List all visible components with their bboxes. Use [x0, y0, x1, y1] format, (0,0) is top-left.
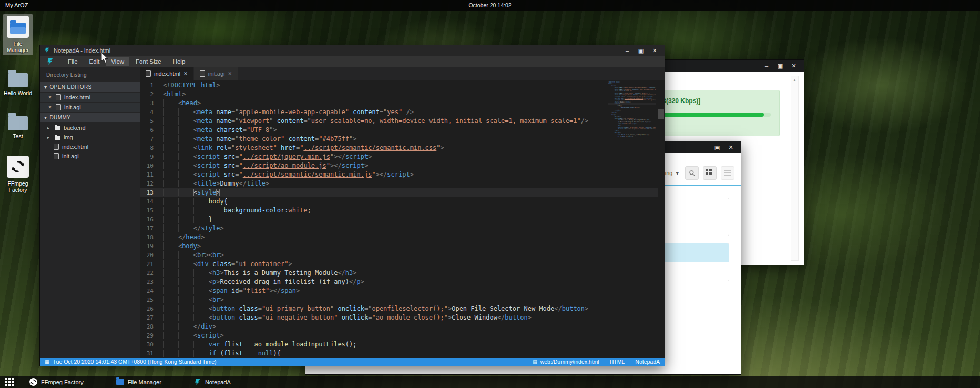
editor-line[interactable]: 20 <br><br> [140, 251, 658, 260]
editor-line[interactable]: 26 <button class="ui primary button" onc… [140, 304, 658, 313]
editor-line[interactable]: 18 </head> [140, 233, 658, 242]
editor-line[interactable]: 4 <meta name="apple-mobile-web-app-capab… [140, 108, 658, 117]
editor-line[interactable]: 8 <link rel="stylesheet" href="../script… [140, 144, 658, 152]
line-number: 12 [140, 179, 154, 188]
code-token: > [353, 269, 356, 277]
notepada-window[interactable]: NotepadA - index.html – ▣ ✕ FileEditView… [39, 45, 665, 366]
tree-section-open-editors[interactable]: ▾OPEN EDITORS [40, 82, 140, 92]
scrollbar[interactable]: ▴ [791, 76, 799, 261]
editor-line[interactable]: 24 <span id="flist"></span> [140, 287, 658, 295]
close-button[interactable]: ✕ [787, 60, 801, 72]
editor-line[interactable]: 19 <body> [140, 242, 658, 251]
tree-item-index.html[interactable]: index.html [40, 142, 140, 151]
code-token: = [258, 305, 262, 312]
maximize-button[interactable]: ▣ [634, 45, 648, 56]
editor-line[interactable]: 12 <title>Dummy</title> [140, 179, 658, 188]
editor-line[interactable]: 22 <h3>This is a Dummy Testing Module</h… [140, 269, 658, 278]
tree-item-img[interactable]: ▸img [40, 132, 140, 142]
editor-line[interactable]: 21 <div class="ui container"> [140, 260, 658, 269]
menu-item-font-size[interactable]: Font Size [130, 57, 167, 66]
editor-line[interactable]: 7 <meta name="theme-color" content="#4b7… [140, 135, 658, 144]
code-token: < [193, 126, 197, 134]
editor-line[interactable]: 29 <script> [140, 331, 658, 340]
close-file-icon[interactable]: ✕ [47, 105, 53, 110]
editor-line[interactable]: 6 <meta charset="UTF-8"> [140, 126, 658, 135]
taskbar: FFmpeg FactoryFile ManagerNotepadA [0, 376, 980, 388]
tree-item-backend[interactable]: ▸backend [40, 123, 140, 132]
editor-line[interactable]: 11 <script src="../script/semantic/seman… [140, 170, 658, 179]
editor-line[interactable]: 31 if (flist == null){ [140, 349, 658, 358]
menu-item-help[interactable]: Help [168, 57, 191, 66]
editor-line[interactable]: 25 <br> [140, 295, 658, 304]
minimize-button[interactable]: – [620, 45, 634, 56]
close-file-icon[interactable]: ✕ [47, 95, 53, 100]
editor-line[interactable]: 28 </div> [140, 322, 658, 331]
scrollbar-thumb[interactable] [658, 109, 664, 119]
close-button[interactable]: ✕ [648, 45, 661, 56]
editor-line[interactable]: 27 <button class="ui negative button" on… [140, 313, 658, 322]
minimap[interactable]: 1<!DOCTYPE html>2<html>3 <head>4 <meta n… [608, 81, 656, 145]
tree-item-label: backend [64, 125, 86, 131]
menu-item-file[interactable]: File [63, 57, 83, 66]
editor-line[interactable]: 3 <head> [140, 99, 658, 108]
editor-line[interactable]: 17 </style> [140, 224, 658, 233]
grid-view-button[interactable] [703, 166, 717, 180]
editor-scrollbar[interactable] [658, 80, 665, 358]
editor-line[interactable]: 30 var flist = ao_module_loadInputFiles(… [140, 340, 658, 349]
tree-section-dummy[interactable]: ▾DUMMY [40, 113, 140, 122]
file-icon: ▤ [533, 360, 537, 364]
code-token: button [212, 314, 235, 321]
tab-init.agi[interactable]: init.agi✕ [194, 67, 238, 80]
statusbar-filepath[interactable]: web:/Dummy/index.html [540, 359, 599, 365]
maximize-button[interactable]: ▣ [710, 141, 724, 153]
tab-label: init.agi [208, 70, 225, 77]
editor-line[interactable]: 23 <p>Received drag-in filelist (if any)… [140, 278, 658, 287]
editor-line[interactable]: 15 background-color:white; [140, 206, 658, 215]
editor-line[interactable]: 5 <meta name="viewport" content="user-sc… [140, 117, 658, 126]
line-number: 10 [140, 161, 154, 170]
desktop-icon-hello-world[interactable]: Hello World [3, 68, 33, 98]
maximize-button[interactable]: ▣ [773, 60, 787, 72]
editor[interactable]: 1<!DOCTYPE html>2<html>3 <head>4 <meta n… [140, 80, 665, 358]
tab-index.html[interactable]: index.html✕ [140, 67, 194, 80]
code-token: > [585, 305, 588, 312]
taskbar-item-notepada[interactable]: NotepadA [194, 379, 231, 386]
code-token: </ [338, 269, 345, 277]
app-launcher-icon[interactable] [5, 377, 14, 386]
indent [163, 171, 193, 178]
statusbar-language[interactable]: HTML [610, 359, 625, 365]
code-area[interactable]: 1<!DOCTYPE html>2<html>3 <head>4 <meta n… [140, 81, 658, 358]
editor-line[interactable]: 10 <script src="../script/ao_module.js">… [140, 161, 658, 170]
scroll-up-icon[interactable]: ▴ [793, 77, 796, 83]
editor-line[interactable]: 16 } [140, 215, 658, 224]
code-token: = [228, 144, 231, 151]
code-token: > [364, 162, 368, 169]
code-token: /> [406, 108, 413, 116]
tree-item-index.html[interactable]: ✕index.html [40, 93, 140, 102]
editor-line[interactable]: 14 body{ [140, 197, 658, 206]
desktop-icon-file-manager[interactable]: File Manager [3, 14, 33, 55]
search-button[interactable] [685, 166, 699, 180]
tree-item-init.agi[interactable]: ✕init.agi [40, 103, 140, 112]
code-token: html [167, 90, 182, 98]
tab-close-icon[interactable]: ✕ [183, 71, 188, 76]
menu-item-view[interactable]: View [106, 57, 129, 66]
tab-close-icon[interactable]: ✕ [228, 71, 232, 76]
editor-line[interactable]: 1<!DOCTYPE html> [140, 81, 658, 90]
minimize-button[interactable]: – [760, 60, 773, 72]
file-icon [200, 70, 205, 77]
editor-line[interactable]: 9 <script src="../script/jquery.min.js">… [140, 152, 658, 161]
tree-section-label: DUMMY [49, 115, 70, 120]
editor-line[interactable]: 13 <style> [140, 188, 658, 197]
list-view-button[interactable] [721, 166, 734, 180]
code-token: Open File Selector New Mode [452, 305, 554, 312]
close-button[interactable]: ✕ [724, 141, 738, 153]
taskbar-item-ffmpeg-factory[interactable]: FFmpeg Factory [29, 378, 84, 386]
taskbar-item-file-manager[interactable]: File Manager [116, 379, 161, 385]
editor-line[interactable]: 2<html> [140, 90, 658, 99]
desktop-icon-test[interactable]: Test [3, 111, 33, 141]
minimize-button[interactable]: – [697, 141, 710, 153]
tree-item-init.agi[interactable]: init.agi [40, 151, 140, 161]
notepada-titlebar[interactable]: NotepadA - index.html – ▣ ✕ [40, 45, 665, 56]
desktop-icon-ffmpeg-factory[interactable]: FFmpeg Factory [3, 154, 33, 195]
